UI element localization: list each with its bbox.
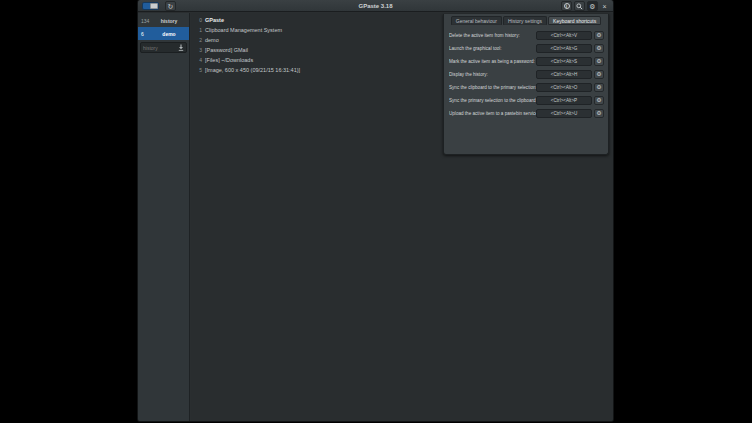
item-text: [Files] ~/Downloads (205, 57, 253, 63)
shortcut-value-entry[interactable]: <Ctrl><Alt>H (536, 70, 592, 79)
gear-icon: ⚙ (596, 84, 601, 90)
shortcut-edit-button[interactable]: ⚙ (594, 70, 604, 79)
settings-popover: General behaviour History settings Keybo… (443, 14, 609, 155)
item-text: [Password] GMail (205, 47, 248, 53)
shortcut-label: Sync the primary selection to the clipbo… (449, 98, 536, 103)
history-name-label: history (152, 18, 186, 24)
search-button[interactable] (574, 1, 585, 11)
history-count-badge: 134 (141, 18, 150, 24)
item-index: 0 (198, 17, 202, 23)
shortcut-edit-button[interactable]: ⚙ (594, 96, 604, 105)
history-count-badge: 6 (141, 31, 150, 37)
close-icon: × (602, 3, 606, 10)
shortcut-row-launch-ui: Launch the graphical tool: <Ctrl><Alt>G … (449, 43, 604, 53)
shortcut-label: Launch the graphical tool: (449, 46, 536, 51)
tab-keyboard-shortcuts[interactable]: Keyboard shortcuts (548, 16, 601, 25)
gear-icon: ⚙ (589, 3, 595, 10)
switch-knob (150, 3, 158, 9)
shortcut-value-entry[interactable]: <Ctrl><Alt>O (536, 83, 592, 92)
settings-tabs: General behaviour History settings Keybo… (444, 16, 608, 25)
shortcut-edit-button[interactable]: ⚙ (594, 44, 604, 53)
refresh-icon: ↻ (168, 3, 174, 10)
gear-icon: ⚙ (596, 32, 601, 38)
about-button[interactable]: i (561, 1, 572, 11)
shortcut-row-delete-active: Delete the active item from history: <Ct… (449, 30, 604, 40)
item-text: demo (205, 37, 219, 43)
gear-icon: ⚙ (596, 97, 601, 103)
shortcut-edit-button[interactable]: ⚙ (594, 109, 604, 118)
tracking-switch[interactable] (142, 2, 159, 10)
item-index: 1 (198, 27, 202, 33)
shortcut-edit-button[interactable]: ⚙ (594, 83, 604, 92)
item-text: GPaste (205, 17, 224, 23)
window-title: GPaste 3.18 (138, 2, 613, 10)
tab-history-settings[interactable]: History settings (503, 16, 547, 25)
sidebar-item-demo[interactable]: 6 demo (138, 27, 189, 40)
item-index: 3 (198, 47, 202, 53)
shortcut-label: Display the history: (449, 72, 536, 77)
settings-button[interactable]: ⚙ (587, 1, 598, 11)
shortcut-value-entry[interactable]: <Ctrl><Alt>U (536, 109, 592, 118)
info-icon: i (564, 3, 570, 9)
gear-icon: ⚙ (596, 45, 601, 51)
new-history-input[interactable] (143, 45, 177, 51)
shortcut-label: Upload the active item to a pastebin ser… (449, 111, 536, 116)
shortcut-label: Delete the active item from history: (449, 33, 536, 38)
shortcut-rows: Delete the active item from history: <Ct… (444, 30, 608, 118)
sidebar-item-history[interactable]: 134 history (138, 14, 189, 27)
header-bar: GPaste 3.18 ↻ i ⚙ × (138, 0, 613, 12)
item-text: [Image, 600 x 450 (09/21/15 16:31:41)] (205, 67, 300, 73)
gear-icon: ⚙ (596, 71, 601, 77)
shortcut-value-entry[interactable]: <Ctrl><Alt>V (536, 31, 592, 40)
new-history-entry (140, 42, 187, 53)
shortcut-label: Sync the clipboard to the primary select… (449, 85, 536, 90)
shortcut-value-entry[interactable]: <Ctrl><Alt>G (536, 44, 592, 53)
item-index: 5 (198, 67, 202, 73)
item-text: Clipboard Management System (205, 27, 282, 33)
tab-general-behaviour[interactable]: General behaviour (451, 16, 502, 25)
item-index: 2 (198, 37, 202, 43)
close-button[interactable]: × (599, 1, 610, 11)
reexecute-button[interactable]: ↻ (165, 1, 176, 11)
gpaste-window: GPaste 3.18 ↻ i ⚙ × 134 history (138, 0, 613, 421)
shortcut-value-entry[interactable]: <Ctrl><Alt>P (536, 96, 592, 105)
shortcut-edit-button[interactable]: ⚙ (594, 31, 604, 40)
shortcut-row-sync-primary-clipboard: Sync the primary selection to the clipbo… (449, 95, 604, 105)
shortcut-row-display-history: Display the history: <Ctrl><Alt>H ⚙ (449, 69, 604, 79)
shortcut-row-upload-pastebin: Upload the active item to a pastebin ser… (449, 108, 604, 118)
add-history-icon[interactable] (178, 44, 184, 51)
search-icon (576, 3, 583, 10)
shortcut-edit-button[interactable]: ⚙ (594, 57, 604, 66)
histories-sidebar: 134 history 6 demo (138, 13, 190, 421)
shortcut-value-entry[interactable]: <Ctrl><Alt>S (536, 57, 592, 66)
item-index: 4 (198, 57, 202, 63)
shortcut-label: Mark the active item as being a password… (449, 59, 536, 64)
gear-icon: ⚙ (596, 58, 601, 64)
shortcut-row-mark-password: Mark the active item as being a password… (449, 56, 604, 66)
gear-icon: ⚙ (596, 110, 601, 116)
shortcut-row-sync-clipboard-primary: Sync the clipboard to the primary select… (449, 82, 604, 92)
history-name-label: demo (152, 31, 186, 37)
